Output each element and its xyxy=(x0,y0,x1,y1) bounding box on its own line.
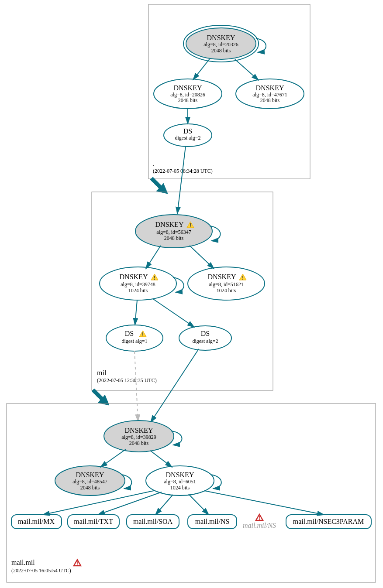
svg-text:.: . xyxy=(153,160,155,167)
edge-mmzsk-ns xyxy=(189,494,209,515)
edge-milds2-mmksk xyxy=(151,349,199,422)
svg-text:DNSKEY: DNSKEY xyxy=(120,273,148,280)
svg-text:2048 bits: 2048 bits xyxy=(80,485,100,491)
edge-milds1-mmksk-dashed xyxy=(135,351,138,421)
svg-text:mail.mil/NS: mail.mil/NS xyxy=(243,522,276,529)
svg-text:alg=8, id=47671: alg=8, id=47671 xyxy=(252,92,287,98)
node-mm-k2[interactable]: DNSKEY alg=8, id=48547 2048 bits xyxy=(55,466,125,496)
edge-rootksk-zsk2 xyxy=(235,59,259,80)
edge-milksk-zsk1 xyxy=(146,246,161,269)
edge-milzsk1-ds1 xyxy=(135,300,137,325)
node-mil-ksk[interactable]: DNSKEY alg=8, id=56347 2048 bits xyxy=(135,215,212,248)
svg-text:mail.mil: mail.mil xyxy=(11,559,35,566)
dnssec-diagram: ! ! DNSKEY alg=8, id=20326 2048 bits DNS… xyxy=(0,0,383,588)
svg-text:alg=8, id=20326: alg=8, id=20326 xyxy=(204,41,238,48)
edge-mmksk-k2 xyxy=(100,449,126,467)
svg-text:DNSKEY: DNSKEY xyxy=(166,471,194,479)
svg-text:DNSKEY: DNSKEY xyxy=(155,221,184,228)
svg-text:DNSKEY: DNSKEY xyxy=(125,427,153,434)
svg-text:digest alg=2: digest alg=2 xyxy=(175,135,200,141)
edge-milzsk1-ds2 xyxy=(153,299,194,327)
svg-text:mil: mil xyxy=(97,369,107,376)
svg-text:alg=8, id=48547: alg=8, id=48547 xyxy=(72,479,107,485)
svg-text:DNSKEY: DNSKEY xyxy=(256,84,284,92)
svg-text:alg=8, id=20826: alg=8, id=20826 xyxy=(170,92,205,98)
node-root-ksk[interactable]: DNSKEY alg=8, id=20326 2048 bits xyxy=(183,25,259,62)
svg-text:2048 bits: 2048 bits xyxy=(260,97,280,103)
zone-arrow-mil-mailmil xyxy=(92,389,109,405)
edge-mmzsk-txt xyxy=(98,492,162,515)
svg-text:(2022-07-05 12:30:35 UTC): (2022-07-05 12:30:35 UTC) xyxy=(97,377,157,383)
node-mil-zsk1[interactable]: DNSKEY alg=8, id=39748 1024 bits xyxy=(100,267,176,300)
svg-text:(2022-07-05 16:05:54 UTC): (2022-07-05 16:05:54 UTC) xyxy=(11,567,71,574)
edge-mmzsk-nsec3 xyxy=(204,491,324,515)
error-icon xyxy=(74,560,81,567)
node-root-zsk2[interactable]: DNSKEY alg=8, id=47671 2048 bits xyxy=(236,79,304,109)
node-mm-ksk[interactable]: DNSKEY alg=8, id=39829 2048 bits xyxy=(104,420,174,452)
svg-text:digest alg=2: digest alg=2 xyxy=(192,338,218,344)
svg-text:2048 bits: 2048 bits xyxy=(178,97,198,103)
zone-root: DNSKEY alg=8, id=20326 2048 bits DNSKEY … xyxy=(148,4,310,179)
svg-text:DS: DS xyxy=(183,127,192,135)
svg-text:alg=8, id=56347: alg=8, id=56347 xyxy=(156,229,191,235)
svg-text:1024 bits: 1024 bits xyxy=(128,287,148,294)
svg-text:alg=8, id=6051: alg=8, id=6051 xyxy=(164,479,196,485)
zone-arrow-root-mil xyxy=(150,177,168,194)
node-root-ds[interactable]: DS digest alg=2 xyxy=(164,124,212,147)
svg-text:mail.mil/NS: mail.mil/NS xyxy=(195,518,230,525)
svg-text:DS: DS xyxy=(125,330,134,337)
node-mil-ds1[interactable]: DS digest alg=1 xyxy=(106,325,163,351)
svg-text:mail.mil/SOA: mail.mil/SOA xyxy=(133,518,173,525)
rr-mx[interactable]: mail.mil/MX xyxy=(11,515,62,529)
svg-text:2048 bits: 2048 bits xyxy=(129,440,149,446)
svg-text:mail.mil/NSEC3PARAM: mail.mil/NSEC3PARAM xyxy=(293,518,364,525)
edge-rootksk-zsk1 xyxy=(193,59,210,80)
edge-mmzsk-soa xyxy=(155,495,173,515)
node-mm-zsk[interactable]: DNSKEY alg=8, id=6051 1024 bits xyxy=(146,466,214,496)
rr-soa[interactable]: mail.mil/SOA xyxy=(127,515,179,529)
rr-ns-error[interactable]: mail.mil/NS xyxy=(243,514,276,529)
svg-text:DNSKEY: DNSKEY xyxy=(208,273,236,280)
edge-rootds-milksk xyxy=(177,146,186,214)
svg-text:mail.mil/MX: mail.mil/MX xyxy=(18,518,55,525)
svg-text:DNSKEY: DNSKEY xyxy=(174,84,202,92)
svg-text:1024 bits: 1024 bits xyxy=(217,287,236,294)
rr-txt[interactable]: mail.mil/TXT xyxy=(68,515,119,529)
svg-text:2048 bits: 2048 bits xyxy=(211,48,231,54)
error-icon xyxy=(256,514,263,521)
rr-nsec3[interactable]: mail.mil/NSEC3PARAM xyxy=(286,515,371,529)
svg-text:mail.mil/TXT: mail.mil/TXT xyxy=(74,518,113,525)
svg-text:digest alg=1: digest alg=1 xyxy=(121,338,147,344)
svg-text:alg=8, id=51621: alg=8, id=51621 xyxy=(209,281,244,287)
edge-root-ksk-self xyxy=(256,38,266,52)
node-mil-ds2[interactable]: DS digest alg=2 xyxy=(179,326,231,350)
svg-text:DS: DS xyxy=(201,330,210,337)
svg-text:DNSKEY: DNSKEY xyxy=(76,471,104,479)
svg-text:alg=8, id=39748: alg=8, id=39748 xyxy=(121,281,155,287)
svg-text:DNSKEY: DNSKEY xyxy=(207,34,235,41)
node-mil-zsk2[interactable]: DNSKEY alg=8, id=51621 1024 bits xyxy=(188,267,265,300)
svg-text:alg=8, id=39829: alg=8, id=39829 xyxy=(121,434,156,440)
zone-mil: DNSKEY alg=8, id=56347 2048 bits DNSKEY … xyxy=(92,146,273,390)
svg-text:1024 bits: 1024 bits xyxy=(170,485,190,491)
edge-milksk-zsk2 xyxy=(190,246,214,269)
zone-mailmil: DNSKEY alg=8, id=39829 2048 bits DNSKEY … xyxy=(7,349,376,582)
rr-ns[interactable]: mail.mil/NS xyxy=(188,515,237,529)
edge-mmksk-zsk xyxy=(150,451,172,467)
node-root-zsk1[interactable]: DNSKEY alg=8, id=20826 2048 bits xyxy=(154,79,222,109)
svg-text:2048 bits: 2048 bits xyxy=(164,235,184,241)
